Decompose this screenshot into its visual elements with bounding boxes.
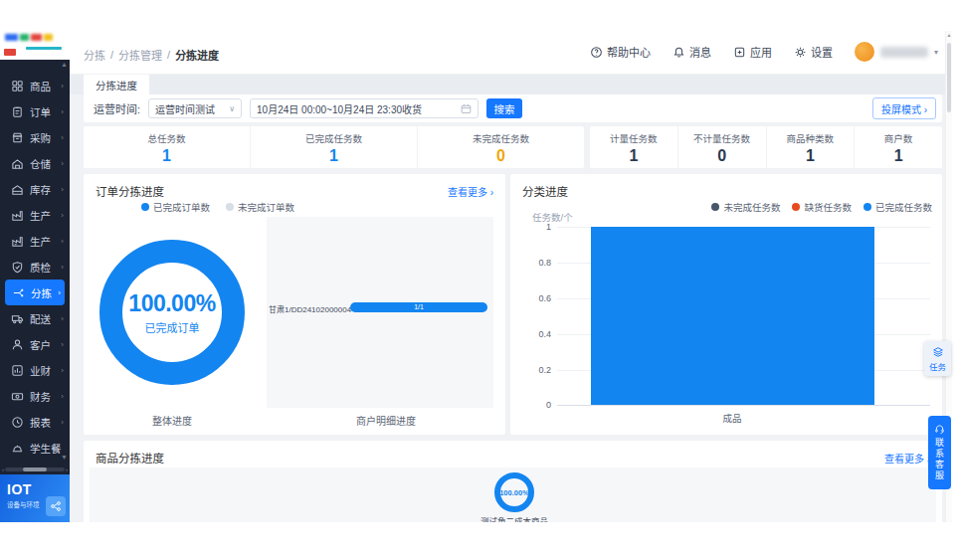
operation-time-label: 运营时间: [94,100,140,116]
scrollbar-thumb[interactable] [947,43,951,112]
sidebar-item-sorting[interactable]: 分拣 › [5,280,65,305]
tab-sorting-progress[interactable]: 分拣进度 [84,75,149,94]
purchase-icon [11,131,24,144]
hscroll-track[interactable] [5,467,65,471]
help-center-button[interactable]: 帮助中心 [590,44,651,60]
business-finance-icon [11,364,24,377]
contact-service-button[interactable]: 联系客服 [928,416,951,489]
calendar-icon [461,103,472,114]
sidebar-item-label: 生产 [30,234,51,249]
breadcrumb-item[interactable]: 分拣管理 [118,47,162,63]
legend-uncompleted-tasks[interactable]: 未完成任务数 [711,200,780,214]
logo-blur-blocks [5,34,53,41]
sidebar-item-finance[interactable]: 财务 › [0,383,70,409]
stat-value: 0 [678,147,766,165]
y-tick: 0.8 [515,258,551,268]
operation-period-select[interactable]: 运营时间测试 ∨ [148,98,242,118]
overall-progress-caption: 整体进度 [112,413,232,428]
hscroll-right-icon[interactable]: › [66,467,68,472]
finance-icon [11,390,24,403]
chevron-right-icon: › [61,263,64,272]
task-float-button[interactable]: 任务 [924,341,951,376]
order-progress-donut: 100.00% 已完成订单 [99,240,245,385]
order-icon [11,105,24,118]
apps-button[interactable]: 应用 [733,44,772,60]
legend-uncompleted-orders[interactable]: 未完成订单数 [226,200,294,214]
sidebar-item-delivery[interactable]: 配送 › [0,305,70,331]
sidebar-item-purchase[interactable]: 采购 › [0,124,70,150]
completed-tasks-bar [591,227,874,405]
goods-progress-donut: 100.00% [494,472,534,512]
breadcrumb-item[interactable]: 分拣 [84,47,105,63]
settings-button[interactable]: 设置 [794,44,833,60]
breadcrumb-current: 分拣进度 [175,47,219,63]
sidebar-item-label: 报表 [30,415,51,430]
sidebar-scroll-down-icon[interactable]: ▼ [61,454,68,461]
sidebar-item-student-meal[interactable]: 学生餐 [0,435,70,461]
apps-icon [733,46,746,59]
help-center-label: 帮助中心 [607,44,651,60]
sidebar-item-inventory[interactable]: 库存 › [0,176,70,202]
legend-completed-tasks[interactable]: 已完成任务数 [863,200,932,214]
messages-button[interactable]: 消息 [672,44,711,60]
chevron-down-icon: ∨ [229,104,235,113]
cast-mode-button[interactable]: 投屏模式 › [872,97,936,119]
sidebar-item-warehouse[interactable]: 仓储 › [0,150,70,176]
hscroll-thumb[interactable] [23,467,47,471]
chevron-right-icon: › [58,288,61,297]
iot-title: IOT [7,481,63,497]
view-more-link[interactable]: 查看更多 › [448,184,493,199]
sidebar-item-orders[interactable]: 订单 › [0,98,70,124]
sorting-icon [12,286,25,299]
y-tick: 0.2 [515,365,551,375]
sidebar-item-customers[interactable]: 客户 › [0,331,70,357]
app-window: ▲ 商品 › 订单 › 采购 › 仓储 › [0,0,959,560]
sidebar-item-production-1[interactable]: 生产 › [0,202,70,228]
chevron-right-icon: › [61,314,64,323]
sidebar-item-label: 财务 [30,389,51,404]
logo-underline [26,47,62,50]
task-stats-card: 总任务数 1 已完成任务数 1 未完成任务数 0 [84,126,584,168]
chevron-right-icon: › [61,418,64,427]
chevron-right-icon: › [61,340,64,349]
sidebar-scroll-up-icon[interactable]: ▲ [61,61,68,68]
filter-bar: 运营时间: 运营时间测试 ∨ 10月24日 00:00~10月24日 23:30… [84,94,942,122]
sidebar-item-business-finance[interactable]: 业财 › [0,357,70,383]
sidebar-item-quality[interactable]: 质检 › [0,254,70,280]
warehouse-icon [11,157,24,170]
hscroll-left-icon[interactable]: ‹ [2,467,4,472]
y-tick: 0.4 [515,329,551,339]
sidebar-item-production-2[interactable]: 生产 › [0,228,70,254]
stat-value: 1 [251,147,417,165]
sidebar-item-label: 生产 [30,208,51,223]
donut-label: 已完成订单 [145,319,200,335]
stat-measured-tasks: 计量任务数 1 [590,126,677,168]
stat-uncompleted-tasks: 未完成任务数 0 [417,126,584,168]
search-button[interactable]: 搜索 [486,98,522,118]
scrollbar-up-icon[interactable]: ▲ [946,32,952,38]
y-tick: 0.6 [515,293,551,303]
chevron-right-icon: › [61,392,64,401]
production-icon [11,209,24,222]
sidebar-item-label: 库存 [30,182,51,197]
legend-outofstock-tasks[interactable]: 缺货任务数 [792,200,852,214]
chevron-right-icon: › [61,237,64,246]
sidebar-item-goods[interactable]: 商品 › [0,73,70,98]
help-icon [590,46,603,59]
legend-completed-orders[interactable]: 已完成订单数 [141,200,210,214]
sidebar-horizontal-scrollbar[interactable]: ‹ › [2,466,68,472]
gear-icon [794,46,807,59]
bell-icon [672,46,685,59]
view-more-link[interactable]: 查看更多 › [884,451,930,466]
sidebar-item-label: 仓储 [30,156,51,171]
tab-strip: 分拣进度 [70,75,952,94]
sidebar-item-reports[interactable]: 报表 › [0,409,70,435]
user-menu[interactable]: ▾ [855,42,938,62]
window-bottom-edge [0,522,959,560]
merchant-order-label: 甘肃1/DD24102000004 [269,303,346,314]
date-range-input[interactable]: 10月24日 00:00~10月24日 23:30收货 [250,98,479,118]
iot-banner[interactable]: IOT 设备与环境 [0,474,70,522]
sidebar-menu: 商品 › 订单 › 采购 › 仓储 › 库存 › [0,60,70,461]
panel-title: 分类进度 [522,183,568,199]
logo-mark [4,49,16,56]
